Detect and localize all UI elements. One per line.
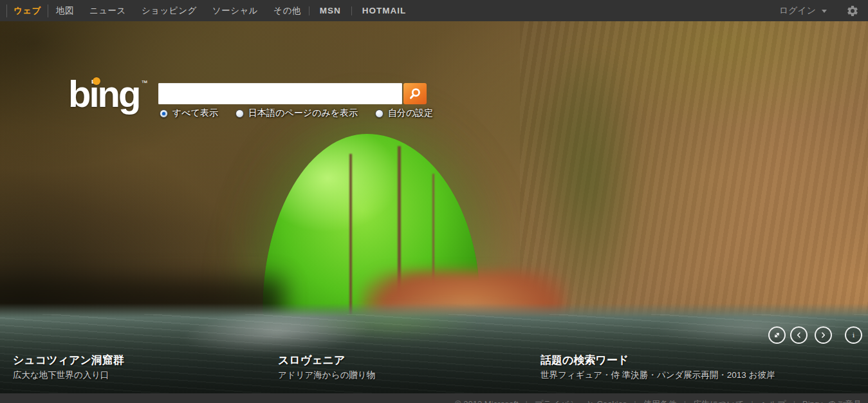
image-viewer-controls: i [768, 326, 862, 344]
footer-link-feedback[interactable]: Bingへのご意見 [802, 396, 862, 403]
footer-separator: | [634, 396, 636, 403]
scope-option-my-settings[interactable]: 自分の設定 [375, 108, 433, 119]
nav-link-hotmail[interactable]: HOTMAIL [362, 6, 407, 15]
image-info-strip: シュコツィアン洞窟群 広大な地下世界の入り口 スロヴェニア アドリア海からの贈り… [0, 346, 868, 393]
info-icon: i [849, 330, 858, 340]
diagonal-arrows-icon [772, 330, 782, 340]
bing-logo: bing ™ [68, 75, 139, 113]
scope-label: すべて表示 [172, 108, 218, 119]
chevron-left-icon [794, 330, 804, 340]
image-info-location: シュコツィアン洞窟群 広大な地下世界の入り口 [13, 353, 124, 381]
footer-separator: | [793, 396, 795, 403]
search-scope-options: すべて表示 日本語のページのみを表示 自分の設定 [160, 108, 450, 119]
nav-tab-maps[interactable]: 地図 [56, 5, 74, 17]
search-bar [158, 83, 427, 104]
info-title[interactable]: シュコツィアン洞窟群 [13, 353, 124, 368]
next-image-button[interactable] [815, 326, 832, 344]
info-subtitle[interactable]: 広大な地下世界の入り口 [13, 370, 124, 381]
search-button[interactable] [403, 83, 427, 104]
background-photo-cave: bing ™ すべて表示 日本語のページのみを表示 [0, 21, 868, 393]
footer: © 2013 Microsoft | プライバシーと Cookies | 使用条… [0, 396, 868, 403]
nav-link-msn[interactable]: MSN [320, 6, 341, 15]
nav-separator [48, 5, 48, 17]
copyright-text: © 2013 Microsoft [455, 396, 518, 403]
bing-logo-orange-dot [93, 77, 100, 85]
bing-logo-text: bing [68, 75, 139, 113]
nav-tab-more[interactable]: その他 [273, 5, 301, 17]
nav-tab-shopping[interactable]: ショッピング [142, 5, 197, 17]
footer-separator: | [751, 396, 753, 403]
gear-icon[interactable] [846, 5, 859, 17]
nav-separator [6, 5, 7, 17]
trademark-symbol: ™ [141, 79, 147, 86]
top-navigation: ウェブ 地図 ニュース ショッピング ソーシャル その他 MSN HOTMAIL… [0, 0, 868, 21]
expand-image-button[interactable] [768, 326, 786, 344]
bing-homepage: ウェブ 地図 ニュース ショッピング ソーシャル その他 MSN HOTMAIL… [0, 0, 868, 403]
info-subtitle[interactable]: アドリア海からの贈り物 [278, 370, 375, 381]
radio-selected-icon[interactable] [160, 109, 168, 118]
info-button[interactable]: i [845, 326, 862, 344]
nav-tab-web[interactable]: ウェブ [14, 5, 41, 17]
footer-link-privacy[interactable]: プライバシーと Cookies [535, 396, 627, 403]
tree-trunk [349, 154, 352, 315]
nav-tab-social[interactable]: ソーシャル [212, 5, 258, 17]
scope-label: 自分の設定 [388, 108, 433, 119]
footer-link-advertise[interactable]: 広告について [693, 396, 744, 403]
footer-separator: | [526, 396, 528, 403]
scope-option-japanese-only[interactable]: 日本語のページのみを表示 [235, 108, 358, 119]
login-button[interactable]: ログイン [779, 5, 827, 17]
scope-label: 日本語のページのみを表示 [248, 108, 358, 119]
login-label: ログイン [779, 5, 816, 17]
radio-icon[interactable] [235, 109, 244, 118]
chevron-down-icon [822, 10, 827, 13]
footer-link-terms[interactable]: 使用条件 [643, 396, 677, 403]
nav-separator [309, 6, 309, 15]
nav-tab-news[interactable]: ニュース [89, 5, 126, 17]
radio-icon[interactable] [375, 109, 383, 118]
image-info-country: スロヴェニア アドリア海からの贈り物 [278, 353, 375, 381]
footer-link-help[interactable]: ヘルプ [761, 396, 786, 403]
info-title[interactable]: スロヴェニア [278, 353, 375, 368]
trending-searches: 話題の検索ワード 世界フィギュア・侍 準決勝・パンダ展示再開・2013 お彼岸 [540, 353, 775, 381]
topnav-right: ログイン [779, 5, 868, 17]
previous-image-button[interactable] [790, 326, 808, 344]
info-title: 話題の検索ワード [540, 353, 775, 368]
search-input[interactable] [158, 83, 402, 104]
trending-search-links[interactable]: 世界フィギュア・侍 準決勝・パンダ展示再開・2013 お彼岸 [540, 370, 775, 381]
footer-separator: | [684, 396, 686, 403]
scope-option-all[interactable]: すべて表示 [160, 108, 218, 119]
chevron-right-icon [818, 330, 828, 340]
nav-separator [351, 6, 352, 15]
svg-text:i: i [853, 332, 854, 339]
magnifier-icon [408, 87, 422, 101]
